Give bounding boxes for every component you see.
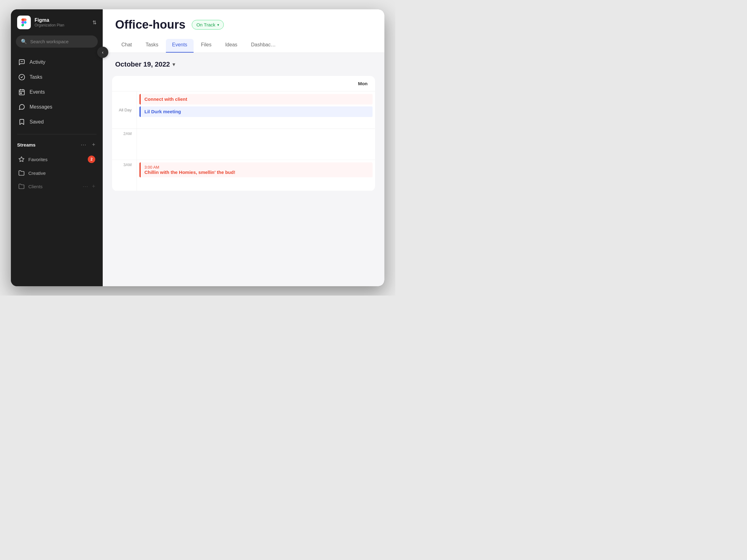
time-events-3am: 3:00 AM Chillin with the Homies, smellin… xyxy=(137,160,375,191)
workspace-text: Figma Organization Plan xyxy=(34,18,64,27)
tab-bar: Chat Tasks Events Files Ideas Dashbac… xyxy=(115,39,372,53)
calendar-card: Mon All Day 2AM 3AM xyxy=(112,76,375,191)
sidebar-item-saved[interactable]: Saved xyxy=(14,115,100,129)
expand-icon[interactable]: ⇅ xyxy=(93,20,97,26)
stream-item-favorites[interactable]: Favorites 2 xyxy=(14,153,100,166)
event-chillin-time: 3:00 AM xyxy=(145,165,369,169)
folder-icon-clients xyxy=(18,183,25,189)
time-label-3am: 3AM xyxy=(123,162,132,167)
activity-icon xyxy=(18,59,25,65)
time-label-2am: 2AM xyxy=(123,131,132,136)
tab-tasks[interactable]: Tasks xyxy=(139,39,165,53)
event-lil-durk-title: Lil Durk meeting xyxy=(145,109,181,114)
time-slot-2am: 2AM xyxy=(112,129,137,160)
sidebar-divider xyxy=(17,134,97,134)
event-connect-client-title: Connect with client xyxy=(145,97,187,102)
device-frame: Figma Organization Plan ⇅ ‹ 🔍 Search wor… xyxy=(11,9,384,286)
favorites-label: Favorites xyxy=(28,157,84,162)
nav-list: Activity Tasks xyxy=(11,55,103,129)
tab-ideas[interactable]: Ideas xyxy=(219,39,243,53)
status-badge[interactable]: On Track ▾ xyxy=(192,20,224,30)
collapse-sidebar-button[interactable]: ‹ xyxy=(97,47,108,58)
tab-files[interactable]: Files xyxy=(195,39,218,53)
stream-item-clients[interactable]: Clients ⋯ + xyxy=(14,180,100,193)
events-column: Connect with client Lil Durk meeting 3:0… xyxy=(137,91,375,191)
sidebar-item-events[interactable]: Events xyxy=(14,85,100,99)
tasks-label: Tasks xyxy=(30,74,42,80)
messages-label: Messages xyxy=(30,104,52,110)
search-icon: 🔍 xyxy=(21,38,27,45)
date-selector[interactable]: October 19, 2022 ▾ xyxy=(103,53,384,76)
svg-rect-6 xyxy=(20,93,22,94)
page-title: Office-hours xyxy=(115,18,185,31)
clients-add[interactable]: + xyxy=(92,183,95,190)
events-label: Events xyxy=(30,89,45,95)
event-connect-client[interactable]: Connect with client xyxy=(139,94,372,105)
streams-header: Streams ⋯ + xyxy=(11,139,103,153)
main-content: Office-hours On Track ▾ Chat Tasks Event… xyxy=(103,9,384,286)
sidebar-item-tasks[interactable]: Tasks xyxy=(14,70,100,84)
time-slot-3am: 3AM xyxy=(112,160,137,191)
stream-list: Favorites 2 Creative Clien xyxy=(11,153,103,193)
star-icon xyxy=(18,156,25,162)
date-chevron: ▾ xyxy=(173,61,175,68)
favorites-badge: 2 xyxy=(88,156,95,163)
streams-actions: ⋯ + xyxy=(79,141,97,149)
calendar-header-row: Mon xyxy=(112,76,375,91)
search-bar[interactable]: 🔍 Search workspace xyxy=(16,35,98,48)
status-chevron: ▾ xyxy=(217,23,219,27)
content-area: October 19, 2022 ▾ Mon All Day 2AM xyxy=(103,53,384,286)
folder-icon-creative xyxy=(18,170,25,176)
top-card: Office-hours On Track ▾ Chat Tasks Event… xyxy=(103,9,384,53)
streams-add-button[interactable]: + xyxy=(91,141,97,149)
event-lil-durk[interactable]: Lil Durk meeting xyxy=(139,106,372,117)
sidebar-header: Figma Organization Plan ⇅ xyxy=(11,16,103,35)
tasks-icon xyxy=(18,74,25,81)
workspace-name: Figma xyxy=(34,18,64,23)
messages-icon xyxy=(18,104,25,110)
figma-logo xyxy=(17,16,31,29)
svg-marker-7 xyxy=(19,157,24,162)
tab-chat[interactable]: Chat xyxy=(115,39,138,53)
saved-icon xyxy=(18,118,25,125)
day-label: Mon xyxy=(358,81,367,86)
event-chillin-title: Chillin with the Homies, smellin' the bu… xyxy=(145,169,369,175)
all-day-label: All Day xyxy=(112,91,137,129)
time-events-2am xyxy=(137,129,375,160)
tab-events[interactable]: Events xyxy=(166,39,194,53)
activity-label: Activity xyxy=(30,59,46,65)
sidebar-item-activity[interactable]: Activity xyxy=(14,55,100,70)
date-text: October 19, 2022 xyxy=(115,60,170,69)
creative-label: Creative xyxy=(28,170,95,176)
sidebar: Figma Organization Plan ⇅ ‹ 🔍 Search wor… xyxy=(11,9,103,286)
workspace-info: Figma Organization Plan xyxy=(17,16,64,29)
page-header: Office-hours On Track ▾ xyxy=(115,18,372,31)
streams-more-button[interactable]: ⋯ xyxy=(79,141,87,149)
clients-more[interactable]: ⋯ xyxy=(82,183,88,190)
search-placeholder: Search workspace xyxy=(30,39,69,44)
calendar-body: All Day 2AM 3AM Connect with xyxy=(112,91,375,191)
tab-dashboard[interactable]: Dashbac… xyxy=(245,39,282,53)
all-day-events: Connect with client Lil Durk meeting xyxy=(137,91,375,129)
sidebar-item-messages[interactable]: Messages xyxy=(14,100,100,114)
status-text: On Track xyxy=(197,22,215,27)
workspace-plan: Organization Plan xyxy=(34,23,64,27)
saved-label: Saved xyxy=(30,119,44,125)
event-chillin[interactable]: 3:00 AM Chillin with the Homies, smellin… xyxy=(139,162,372,177)
streams-label: Streams xyxy=(17,142,35,148)
stream-item-creative[interactable]: Creative xyxy=(14,167,100,179)
events-icon xyxy=(18,89,25,96)
time-column: All Day 2AM 3AM xyxy=(112,91,137,191)
svg-rect-2 xyxy=(19,90,25,95)
clients-label: Clients xyxy=(28,184,79,189)
